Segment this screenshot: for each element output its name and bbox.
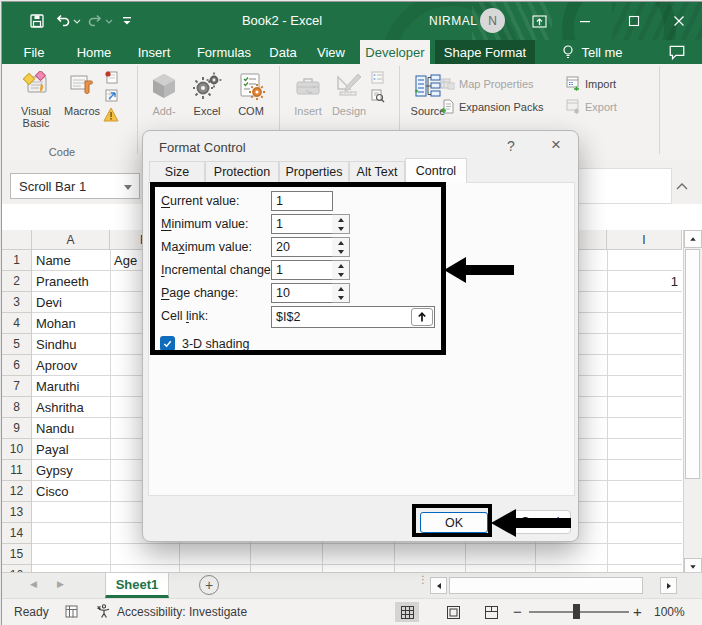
incremental-change-spin-down-icon[interactable]: [332, 270, 349, 279]
expansion-packs-button[interactable]: Expansion Packs: [439, 99, 543, 114]
dialog-tab-protection[interactable]: Protection: [205, 161, 279, 183]
ribbon-tab-formulas[interactable]: Formulas: [190, 40, 258, 64]
excel-add-ins-button[interactable]: Excel: [185, 70, 229, 117]
undo-icon[interactable]: [54, 12, 72, 30]
comment-icon[interactable]: [668, 43, 686, 65]
row-header-3[interactable]: 3: [2, 292, 32, 313]
row-header-2[interactable]: 2: [2, 271, 32, 292]
ribbon-tab-view[interactable]: View: [308, 40, 354, 64]
maximum-value-spin-down-icon[interactable]: [332, 247, 349, 256]
cell-a2[interactable]: Praneeth: [32, 271, 110, 292]
cell-a8[interactable]: Ashritha: [32, 397, 110, 418]
row-header-10[interactable]: 10: [2, 439, 32, 460]
row-header-4[interactable]: 4: [2, 313, 32, 334]
visual-basic-button[interactable]: Visual Basic: [10, 70, 62, 129]
view-code-icon[interactable]: [368, 88, 386, 103]
column-header-a[interactable]: A: [32, 230, 110, 250]
normal-view-icon[interactable]: [395, 602, 419, 622]
incremental-change-spin-up-icon[interactable]: [332, 261, 349, 270]
export-button[interactable]: Export: [565, 99, 617, 114]
ribbon-tab-tell-me[interactable]: Tell me: [547, 40, 637, 64]
select-all-corner[interactable]: [2, 230, 32, 250]
cell-a7[interactable]: Maruthi: [32, 376, 110, 397]
current-value-input[interactable]: [271, 191, 333, 211]
dialog-tab-size[interactable]: Size: [149, 161, 205, 183]
design-mode-button[interactable]: Design: [325, 70, 373, 117]
ribbon-tab-home[interactable]: Home: [68, 40, 120, 64]
user-name[interactable]: NIRMAL: [429, 14, 477, 28]
maximize-icon[interactable]: [623, 10, 645, 32]
ribbon-tab-file[interactable]: File: [14, 40, 54, 64]
dialog-tab-alt-text[interactable]: Alt Text: [349, 161, 405, 183]
cell-a9[interactable]: Nandu: [32, 418, 110, 439]
save-icon[interactable]: [28, 12, 46, 30]
row-header-6[interactable]: 6: [2, 355, 32, 376]
relative-references-icon[interactable]: [102, 88, 120, 103]
cell-a11[interactable]: Gypsy: [32, 460, 110, 481]
row-header-7[interactable]: 7: [2, 376, 32, 397]
zoom-out-icon[interactable]: −: [513, 603, 522, 620]
minimum-value-input[interactable]: [271, 214, 333, 234]
zoom-slider-handle[interactable]: [573, 604, 580, 619]
ribbon-tab-data[interactable]: Data: [262, 40, 304, 64]
control-properties-icon[interactable]: [368, 70, 386, 85]
column-header-i[interactable]: I: [607, 230, 682, 250]
page-change-spin-down-icon[interactable]: [332, 293, 349, 302]
3d-shading-checkbox[interactable]: [160, 336, 175, 351]
ribbon-tab-developer[interactable]: Developer: [360, 40, 430, 64]
hscroll-right-icon[interactable]: [660, 577, 677, 594]
ribbon-tab-insert[interactable]: Insert: [130, 40, 178, 64]
name-box-dropdown-icon[interactable]: [124, 185, 132, 190]
page-change-spinner[interactable]: [332, 283, 350, 303]
import-button[interactable]: Import: [565, 76, 616, 91]
sheet-nav-right-icon[interactable]: ▶: [57, 579, 64, 589]
ok-button[interactable]: OK: [420, 512, 488, 533]
macro-record-icon[interactable]: [64, 604, 79, 622]
macros-button[interactable]: Macros: [60, 70, 104, 117]
cell-a1[interactable]: Name: [32, 250, 110, 271]
incremental-change-input[interactable]: [271, 260, 333, 280]
dialog-help-icon[interactable]: ?: [501, 138, 521, 158]
cell-a3[interactable]: Devi: [32, 292, 110, 313]
avatar[interactable]: N: [480, 8, 505, 33]
page-layout-view-icon[interactable]: [441, 602, 465, 622]
name-box[interactable]: Scroll Bar 1: [10, 173, 140, 199]
dialog-tab-properties[interactable]: Properties: [279, 161, 349, 183]
row-header-14[interactable]: 14: [2, 523, 32, 544]
maximum-value-spinner[interactable]: [332, 237, 350, 257]
com-add-ins-button[interactable]: COM: [229, 70, 273, 117]
sheet-nav-left-icon[interactable]: ◀: [30, 579, 37, 589]
insert-controls-button[interactable]: Insert: [286, 70, 330, 117]
map-properties-button[interactable]: Map Properties: [439, 76, 534, 91]
add-ins-button[interactable]: Add-: [144, 70, 184, 117]
row-header-12[interactable]: 12: [2, 481, 32, 502]
collapse-ribbon-icon[interactable]: [676, 176, 688, 194]
ribbon-display-options-icon[interactable]: [528, 10, 550, 32]
minimize-icon[interactable]: [574, 10, 596, 32]
cell-link-collapse-button[interactable]: [411, 308, 433, 326]
ribbon-tab-shape-format[interactable]: Shape Format: [435, 40, 535, 64]
record-macro-icon[interactable]: [102, 70, 120, 85]
macro-security-warning-icon[interactable]: [102, 107, 120, 122]
page-change-input[interactable]: [271, 283, 333, 303]
cell-a10[interactable]: Payal: [32, 439, 110, 460]
row-header-15[interactable]: 15: [2, 544, 32, 565]
cell-a12[interactable]: Cisco: [32, 481, 110, 502]
maximum-value-input[interactable]: [271, 237, 333, 257]
row-header-8[interactable]: 8: [2, 397, 32, 418]
cancel-button[interactable]: Cancel: [509, 510, 571, 534]
vertical-scrollbar[interactable]: [683, 230, 702, 576]
new-sheet-button[interactable]: +: [199, 575, 219, 595]
hscroll-left-icon[interactable]: [430, 577, 447, 594]
page-change-spin-up-icon[interactable]: [332, 284, 349, 293]
cell-a4[interactable]: Mohan: [32, 313, 110, 334]
page-break-view-icon[interactable]: [479, 602, 503, 622]
redo-icon[interactable]: [86, 12, 104, 30]
incremental-change-spinner[interactable]: [332, 260, 350, 280]
row-header-9[interactable]: 9: [2, 418, 32, 439]
zoom-in-icon[interactable]: +: [633, 603, 642, 620]
cell-a6[interactable]: Aproov: [32, 355, 110, 376]
scroll-up-icon[interactable]: [684, 230, 702, 248]
redo-dropdown-icon[interactable]: [104, 12, 114, 30]
accessibility-icon[interactable]: [96, 603, 112, 622]
